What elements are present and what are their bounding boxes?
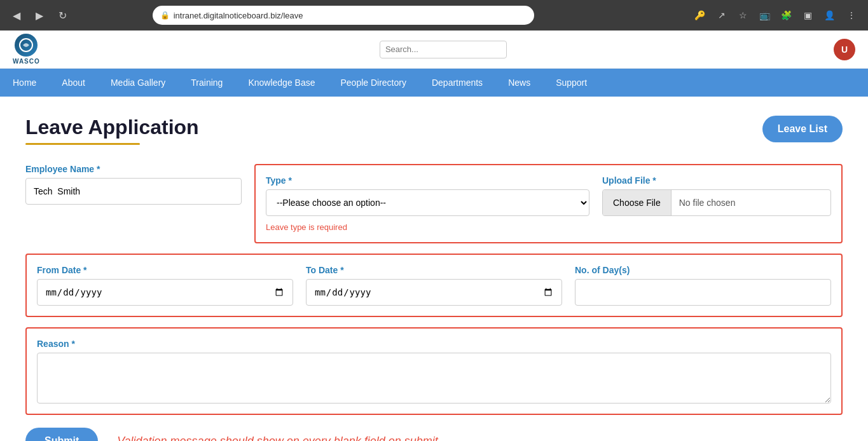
employee-name-group: Employee Name * [25,164,254,205]
logo-text: WASCO [13,58,40,65]
from-date-group: From Date * [37,265,293,306]
site-header: WASCO U [0,31,868,69]
nav-item-news[interactable]: News [495,69,543,97]
header-search [53,41,834,58]
type-label: Type * [266,175,589,186]
reload-button[interactable]: ↻ [53,6,71,24]
logo-svg [19,38,33,52]
reason-section: Reason * [25,327,843,415]
browser-actions: 🔑 ↗ ☆ 📺 🧩 ▣ 👤 ⋮ [691,6,860,24]
validation-note: Validation message should show on every … [117,435,441,442]
avatar: U [834,39,855,60]
dates-section: From Date * To Date * No. of Day(s) [25,254,843,317]
nav-item-people-directory[interactable]: People Directory [327,69,419,97]
submit-button[interactable]: Submit [25,428,98,441]
browser-chrome: ◀ ▶ ↻ 🔒 intranet.digitalnoticeboard.biz/… [0,0,868,31]
nav-item-home[interactable]: Home [0,69,49,97]
upload-label: Upload File * [602,175,831,186]
upload-group: Upload File * Choose File No file chosen [602,175,831,232]
nav-item-about[interactable]: About [49,69,98,97]
back-button[interactable]: ◀ [8,6,25,24]
forward-button[interactable]: ▶ [31,6,48,24]
page-header: Leave Application Leave List [25,116,843,145]
to-date-group: To Date * [306,265,562,306]
url-text: intranet.digitalnoticeboard.biz/leave [174,11,303,20]
to-date-label: To Date * [306,265,562,275]
address-bar[interactable]: 🔒 intranet.digitalnoticeboard.biz/leave [153,6,534,25]
sidebar-icon[interactable]: ▣ [799,6,817,24]
file-upload-wrapper: Choose File No file chosen [602,189,831,216]
no-of-days-input[interactable] [575,279,831,306]
type-group: Type * --Please choose an option-- Annua… [266,175,589,232]
star-icon[interactable]: ☆ [734,6,752,24]
to-date-input[interactable] [306,279,562,306]
page-title-area: Leave Application [25,116,199,145]
menu-icon[interactable]: ⋮ [843,6,860,24]
no-of-days-label: No. of Day(s) [575,265,831,275]
page-content: Leave Application Leave List Employee Na… [0,97,868,441]
logo-circle [15,34,38,57]
reason-textarea[interactable] [37,353,831,404]
choose-file-button[interactable]: Choose File [603,190,672,215]
nav-item-support[interactable]: Support [543,69,600,97]
leave-list-button[interactable]: Leave List [762,116,843,142]
lock-icon: 🔒 [160,11,170,20]
type-validation-msg: Leave type is required [266,222,589,232]
logo-area: WASCO [13,34,40,65]
reason-label: Reason * [37,339,831,349]
nav-item-departments[interactable]: Departments [419,69,495,97]
nav-bar: Home About Media Gallery Training Knowle… [0,69,868,97]
nav-item-training[interactable]: Training [178,69,235,97]
key-icon[interactable]: 🔑 [691,6,709,24]
title-underline [25,143,140,145]
share-icon[interactable]: ↗ [713,6,731,24]
puzzle-icon[interactable]: 🧩 [778,6,796,24]
from-date-input[interactable] [37,279,293,306]
type-upload-section: Type * --Please choose an option-- Annua… [254,164,843,243]
submit-row: Submit Validation message should show on… [25,428,843,441]
from-date-label: From Date * [37,265,293,275]
profile-icon[interactable]: 👤 [821,6,839,24]
form-row-1: Employee Name * Type * --Please choose a… [25,164,843,243]
header-right: U [834,39,855,60]
employee-name-label: Employee Name * [25,164,242,174]
type-select[interactable]: --Please choose an option-- Annual Leave… [266,189,589,216]
employee-name-input[interactable] [25,178,242,205]
no-file-text: No file chosen [672,198,743,208]
search-input[interactable] [380,41,507,58]
no-of-days-group: No. of Day(s) [575,265,831,306]
tv-icon[interactable]: 📺 [756,6,774,24]
nav-item-knowledge-base[interactable]: Knowledge Base [235,69,327,97]
reason-group: Reason * [37,339,831,404]
page-title: Leave Application [25,116,199,139]
nav-item-media-gallery[interactable]: Media Gallery [98,69,178,97]
